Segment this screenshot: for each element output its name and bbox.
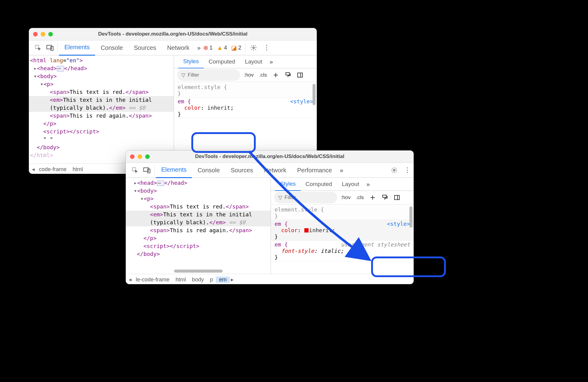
toolbar-divider	[154, 166, 155, 175]
em-rule[interactable]: <style> em { color: inherit; }	[271, 220, 414, 241]
rules-list[interactable]: element.style { } <style> em { color: in…	[271, 205, 414, 274]
styles-sidebar: Styles Computed Layout » ▽ Filter :hov .…	[271, 178, 414, 274]
ua-source-label: user agent stylesheet	[341, 241, 410, 248]
tab-computed[interactable]: Computed	[204, 55, 240, 68]
warning-icon: ▲	[217, 44, 223, 51]
main-toolbar: Elements Console Sources Network » ⊗1 ▲4…	[29, 40, 317, 55]
svg-rect-10	[383, 195, 386, 198]
toolbar-divider	[57, 43, 58, 52]
hov-toggle[interactable]: :hov	[339, 194, 352, 201]
svg-point-9	[393, 169, 395, 171]
device-toggle-icon[interactable]	[143, 166, 151, 174]
element-style-rule[interactable]: element.style { }	[174, 83, 317, 98]
ua-rule[interactable]: user agent stylesheet em { font-style: i…	[271, 241, 414, 261]
tab-network[interactable]: Network	[162, 40, 195, 55]
styles-tabs: Styles Computed Layout »	[271, 178, 414, 191]
styles-filter-row: ▽ Filter :hov .cls	[174, 68, 317, 82]
crumb-item[interactable]: p	[207, 277, 216, 283]
svg-point-3	[253, 47, 255, 49]
titlebar: DevTools - developer.mozilla.org/en-US/d…	[29, 28, 317, 40]
crumb-left-icon[interactable]: ◂	[31, 166, 36, 173]
crumb-item[interactable]: le-code-frame	[133, 277, 173, 283]
dom-tree[interactable]: ▸<head></head> ▾<body> ▾<p> <span>This t…	[126, 178, 271, 274]
tab-sources[interactable]: Sources	[225, 163, 258, 177]
styles-filter-input[interactable]: ▽ Filter	[274, 192, 337, 203]
dom-horizontal-scrollbar[interactable]	[174, 270, 223, 273]
styles-tabs: Styles Computed Layout »	[174, 55, 317, 68]
kebab-menu-icon[interactable]: ⋮	[263, 44, 270, 52]
style-source-link[interactable]: <style>	[290, 98, 313, 105]
styles-filter-input[interactable]: ▽ Filter	[177, 69, 240, 81]
more-tabs-icon[interactable]: »	[197, 44, 201, 51]
minimize-icon[interactable]	[41, 32, 45, 36]
toolbar-divider	[245, 43, 246, 52]
ellipsis-icon[interactable]	[57, 66, 64, 71]
styles-sidebar: Styles Computed Layout » ▽ Filter :hov .…	[174, 55, 317, 163]
panel-toggle-icon[interactable]	[393, 194, 401, 201]
tab-computed[interactable]: Computed	[301, 178, 337, 191]
issue-icon: ◪	[231, 44, 237, 51]
close-icon[interactable]	[33, 32, 38, 36]
em-rule[interactable]: <style> em { color: inherit; }	[174, 98, 317, 118]
tab-elements[interactable]: Elements	[156, 163, 192, 178]
color-swatch-icon[interactable]	[304, 228, 309, 232]
style-source-link[interactable]: <style>	[387, 221, 410, 227]
breadcrumb[interactable]: ◂ le-code-frame html body p em ▸	[126, 274, 414, 284]
tab-layout[interactable]: Layout	[240, 55, 267, 68]
window-title: DevTools - developer.mozilla.org/en-US/d…	[29, 31, 317, 37]
new-rule-icon[interactable]	[272, 71, 280, 79]
svg-rect-5	[298, 73, 303, 77]
dom-tree[interactable]: <html lang="en"> ▸<head></head> ▾<body> …	[29, 55, 174, 163]
crumb-item[interactable]: html	[173, 277, 189, 283]
more-tabs-icon[interactable]: »	[340, 167, 343, 174]
styles-scrollbar[interactable]	[313, 84, 316, 162]
selected-node[interactable]: <em>This text is in the initial	[29, 96, 174, 104]
close-icon[interactable]	[130, 154, 135, 159]
zoom-icon[interactable]	[48, 32, 53, 36]
svg-rect-11	[395, 195, 399, 200]
paint-icon[interactable]	[284, 71, 292, 79]
more-styles-tabs-icon[interactable]: »	[269, 58, 273, 65]
minimize-icon[interactable]	[138, 154, 142, 159]
tab-elements[interactable]: Elements	[59, 40, 95, 56]
device-toggle-icon[interactable]	[46, 43, 54, 52]
inspect-icon[interactable]	[34, 43, 42, 52]
settings-icon[interactable]	[389, 165, 399, 175]
ellipsis-icon[interactable]	[157, 181, 164, 186]
panel-toggle-icon[interactable]	[296, 71, 304, 79]
settings-icon[interactable]	[249, 43, 258, 53]
more-styles-tabs-icon[interactable]: »	[366, 181, 370, 188]
kebab-menu-icon[interactable]: ⋮	[404, 166, 411, 174]
cls-toggle[interactable]: .cls	[257, 72, 269, 78]
crumb-right-icon[interactable]: ▸	[230, 276, 235, 283]
crumb-item[interactable]: em	[216, 277, 230, 283]
funnel-icon: ▽	[181, 72, 185, 78]
paint-icon[interactable]	[381, 194, 389, 201]
tab-performance[interactable]: Performance	[292, 163, 338, 177]
tab-layout[interactable]: Layout	[337, 178, 364, 191]
panels-split: <html lang="en"> ▸<head></head> ▾<body> …	[29, 55, 317, 163]
tab-styles[interactable]: Styles	[275, 177, 301, 191]
element-style-rule[interactable]: element.style { }	[271, 206, 414, 220]
crumb-item[interactable]: body	[189, 277, 207, 283]
cls-toggle[interactable]: .cls	[354, 194, 366, 201]
tab-console[interactable]: Console	[95, 40, 128, 55]
panels-split: ▸<head></head> ▾<body> ▾<p> <span>This t…	[126, 178, 414, 274]
hov-toggle[interactable]: :hov	[242, 72, 255, 78]
tab-network[interactable]: Network	[258, 163, 292, 177]
styles-scrollbar[interactable]	[409, 206, 412, 272]
new-rule-icon[interactable]	[369, 194, 377, 201]
status-badges[interactable]: ⊗1 ▲4 ◪2	[203, 44, 244, 51]
titlebar: DevTools - developer.mozilla.org/en-US/d…	[126, 150, 414, 163]
zoom-icon[interactable]	[145, 154, 150, 159]
window-title: DevTools - developer.mozilla.org/en-US/d…	[126, 153, 414, 160]
inspect-icon[interactable]	[131, 166, 139, 174]
tab-console[interactable]: Console	[192, 163, 225, 177]
crumb-item[interactable]: html	[70, 166, 86, 173]
error-icon: ⊗	[203, 44, 208, 51]
crumb-item[interactable]: code-frame	[36, 166, 70, 173]
selected-node[interactable]: <em>This text is in the initial	[126, 211, 271, 219]
tab-sources[interactable]: Sources	[128, 40, 162, 55]
tab-styles[interactable]: Styles	[178, 55, 204, 69]
crumb-left-icon[interactable]: ◂	[128, 276, 133, 283]
